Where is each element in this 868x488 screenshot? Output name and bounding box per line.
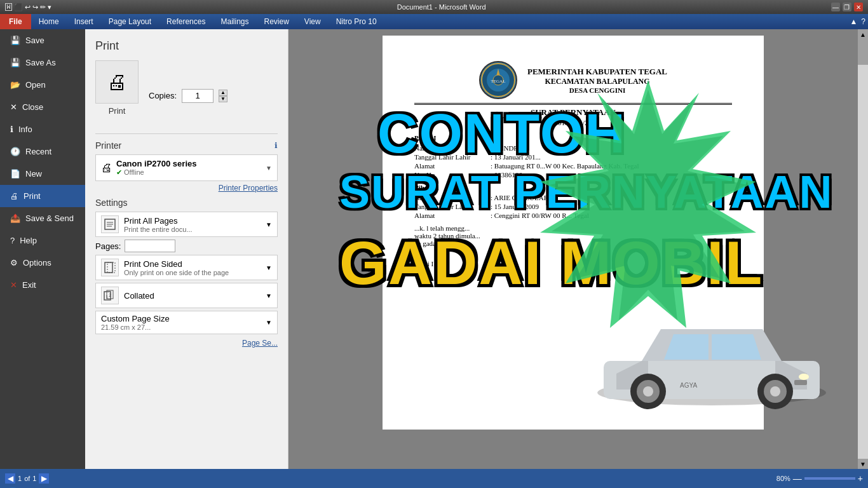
ribbon-help-icon[interactable]: ? [861,17,865,26]
doc-pihak1-label: Pihak I [414,134,732,142]
tab-mailings[interactable]: Mailings [213,14,256,29]
print-panel-title: Print [95,39,278,53]
sidebar-new-label: New [25,169,42,179]
doc-header: TEGAL PEMERINTAH KABUPATEN TEGAL KECAMAT… [414,61,732,126]
print-all-pages-setting[interactable]: Print All Pages Print the entire docu...… [95,212,278,237]
sidebar-item-recent[interactable]: 🕐 Recent [0,140,85,163]
doc-nama2-row: Nama : ARIE CELLULAR [414,194,732,201]
zoom-in-button[interactable]: + [858,473,863,484]
printer-large-icon: 🖨 [107,71,127,94]
minimize-button[interactable]: — [831,3,840,11]
copies-down-button[interactable]: ▼ [219,96,227,102]
current-page: 1 [18,475,22,482]
file-tab[interactable]: File [0,14,31,29]
copies-input[interactable] [182,89,214,103]
doc-hp1-row: No. Hp : 08386166xxx [414,171,732,179]
print-panel: Print 🖨 Print Copies: ▲ ▼ Printer ℹ [85,29,288,469]
doc-header-divider [414,103,732,105]
copies-spinner: ▲ ▼ [219,90,227,102]
print-one-sided-setting[interactable]: Print One Sided Only print on one side o… [95,255,278,280]
zoom-slider[interactable] [804,477,855,480]
scroll-up-button[interactable]: ▲ [858,29,868,39]
sidebar-item-exit[interactable]: ✕ Exit [0,274,85,296]
sidebar-recent-label: Recent [25,147,51,156]
page-navigation: ◀ 1 of 1 ▶ [5,473,49,484]
print-all-pages-main: Print All Pages [124,216,193,226]
printer-info-icon[interactable]: ℹ [275,141,278,150]
tab-page-layout[interactable]: Page Layout [101,14,159,29]
copies-up-button[interactable]: ▲ [219,90,227,96]
page-setup-link[interactable]: Page Se... [242,339,278,348]
page-setup-link-area: Page Se... [95,337,278,348]
printer-properties-link[interactable]: Printer Properties [95,184,278,193]
window-controls: — ❐ ✕ [831,3,863,11]
doc-pihak1-section: Pihak I Nama : HENDRA Tanggal Lahir Lahi… [414,134,732,179]
sidebar-item-save[interactable]: 💾 Save [0,29,85,51]
doc-tgl1-row: Tanggal Lahir Lahir : 13 Januari 201... [414,153,732,161]
svg-rect-5 [107,262,115,273]
doc-surat-title: SURAT PERNYATAAN [414,107,732,118]
collated-setting[interactable]: 12 Collated ▼ [95,283,278,308]
next-page-button[interactable]: ▶ [39,473,49,484]
zoom-out-button[interactable]: — [793,473,802,484]
svg-text:TEGAL: TEGAL [491,79,505,84]
vertical-scrollbar: ▲ ▼ [858,29,868,469]
tab-review[interactable]: Review [256,14,296,29]
doc-tgl1-label: Tanggal Lahir Lahir [414,153,491,161]
total-pages: 1 [32,475,36,482]
scroll-thumb[interactable] [858,39,868,65]
sidebar-item-close[interactable]: ✕ Close [0,96,85,118]
doc-alamat1-row: Alamat : Batuagung RT 0...W 00 Kec. Bapa… [414,162,732,170]
exit-icon: ✕ [10,280,17,290]
sidebar-help-label: Help [20,236,37,245]
doc-tgl2-label: Tanggal Lahir Lahir [414,203,491,210]
ribbon-right: ▲ ? [850,17,868,26]
tab-insert[interactable]: Insert [67,14,101,29]
scroll-down-button[interactable]: ▼ [858,459,868,469]
sidebar-item-print[interactable]: 🖨 Print [0,185,85,207]
doc-header-text: PEMERINTAH KABUPATEN TEGAL KECAMATAN BAL… [527,67,667,94]
print-button[interactable]: Print [109,106,126,116]
tab-references[interactable]: References [159,14,213,29]
maximize-button[interactable]: ❐ [843,3,851,11]
collated-text: Collated [124,291,154,301]
print-icon-box: 🖨 [95,60,139,104]
tab-nitro[interactable]: Nitro Pro 10 [329,14,384,29]
sidebar-exit-label: Exit [22,280,36,290]
collated-arrow: ▼ [266,292,272,299]
recent-icon: 🕐 [10,147,20,156]
doc-hp1-value: : 08386166xxx [491,171,732,179]
sidebar-open-label: Open [25,80,46,90]
custom-page-size[interactable]: Custom Page Size 21.59 cm x 27... ▼ [95,311,278,334]
doc-surat-no: No.01/01/01/2019 [414,119,732,126]
ribbon-collapse-icon[interactable]: ▲ [850,17,857,26]
doc-nama2-value: : ARIE CELLULAR [491,194,732,201]
svg-rect-4 [105,262,112,273]
tab-home[interactable]: Home [31,14,67,29]
saveas-icon: 💾 [10,58,20,67]
prev-page-button[interactable]: ◀ [5,473,15,484]
pages-input[interactable] [125,240,175,252]
sidebar-item-options[interactable]: ⚙ Options [0,252,85,274]
sidebar-item-saveas[interactable]: 💾 Save As [0,51,85,74]
sidebar-print-label: Print [24,191,41,201]
sidebar-item-info[interactable]: ℹ Info [0,118,85,140]
print-one-sided-main: Print One Sided [124,259,229,269]
doc-preview: TEGAL PEMERINTAH KABUPATEN TEGAL KECAMAT… [288,29,858,469]
doc-nama1-value: : HENDRA [491,144,732,152]
print-one-sided-text: Print One Sided Only print on one side o… [124,259,229,276]
print-one-sided-icon [101,259,119,276]
settings-section-label: Settings [95,198,278,208]
sidebar-item-new[interactable]: 📄 New [0,163,85,185]
printer-selector[interactable]: 🖨 Canon iP2700 series ✔ Offline ▼ [95,154,278,181]
tab-view[interactable]: View [297,14,329,29]
sidebar: 💾 Save 💾 Save As 📂 Open ✕ Close ℹ Info 🕐… [0,29,85,469]
sidebar-item-help[interactable]: ? Help [0,229,85,252]
doc-alamat2-value: : Cenggini RT 00/RW 00 R... Tegal [491,212,732,219]
doc-witness-section: Saksi I [414,260,732,268]
sidebar-item-open[interactable]: 📂 Open [0,74,85,96]
svg-point-23 [764,380,787,403]
close-button[interactable]: ✕ [854,3,863,11]
sidebar-item-savesend[interactable]: 📤 Save & Send [0,207,85,229]
doc-alamat2-row: Alamat : Cenggini RT 00/RW 00 R... Tegal [414,212,732,219]
